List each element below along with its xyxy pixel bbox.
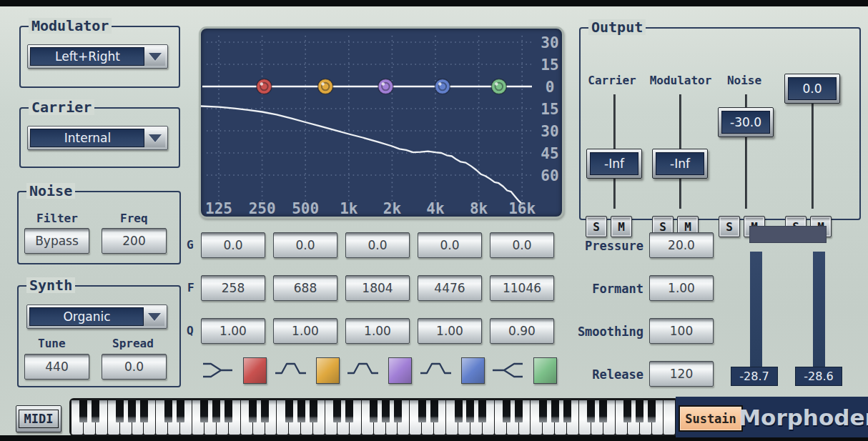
band4-freq-field[interactable]: 4476 — [418, 275, 482, 301]
black-key[interactable] — [249, 400, 257, 422]
release-field[interactable]: 120 — [649, 361, 714, 387]
carrier-mute-button[interactable]: M — [611, 216, 632, 237]
band-marker[interactable] — [378, 79, 393, 94]
band2-freq-field[interactable]: 688 — [273, 275, 337, 301]
black-key[interactable] — [79, 400, 87, 422]
black-key[interactable] — [92, 400, 99, 422]
band3-freq-field[interactable]: 1804 — [345, 275, 410, 301]
white-key[interactable] — [325, 400, 337, 435]
black-key[interactable] — [200, 400, 208, 422]
black-key[interactable] — [418, 400, 426, 422]
carrier-select[interactable]: Internal — [27, 126, 168, 150]
black-key[interactable] — [285, 400, 293, 422]
band4-color-button[interactable] — [461, 357, 485, 384]
synth-tune-field[interactable]: 440 — [24, 354, 89, 380]
left-meter-readout[interactable]: -28.7 — [731, 367, 778, 386]
black-key[interactable] — [515, 400, 523, 422]
black-key[interactable] — [333, 400, 341, 422]
white-key[interactable] — [616, 400, 627, 435]
black-key[interactable] — [297, 400, 305, 422]
synth-select[interactable]: Organic — [26, 304, 167, 329]
black-key[interactable] — [503, 400, 511, 422]
black-key[interactable] — [394, 400, 402, 422]
black-key[interactable] — [466, 400, 474, 422]
black-key[interactable] — [310, 400, 317, 422]
white-key[interactable] — [277, 400, 288, 435]
noise-solo-button[interactable]: S — [719, 216, 740, 237]
band1-q-field[interactable]: 1.00 — [201, 318, 265, 344]
black-key[interactable] — [636, 400, 643, 422]
formant-field[interactable]: 1.00 — [649, 275, 714, 301]
band5-q-field[interactable]: 0.90 — [490, 318, 554, 344]
black-key[interactable] — [539, 400, 547, 422]
white-key[interactable] — [495, 400, 506, 435]
chevron-down-icon[interactable] — [144, 129, 165, 147]
band5-color-button[interactable] — [533, 357, 557, 384]
modulator-select[interactable]: Left+Right — [27, 44, 168, 69]
black-key[interactable] — [563, 400, 571, 422]
band1-gain-field[interactable]: 0.0 — [201, 232, 265, 258]
white-key[interactable] — [241, 400, 252, 435]
white-key[interactable] — [446, 400, 458, 435]
black-key[interactable] — [116, 400, 124, 422]
band-marker[interactable] — [257, 79, 272, 94]
white-key[interactable] — [108, 400, 119, 435]
black-key[interactable] — [478, 400, 486, 422]
band2-gain-field[interactable]: 0.0 — [273, 232, 337, 258]
black-key[interactable] — [648, 400, 656, 422]
band4-gain-field[interactable]: 0.0 — [418, 232, 482, 258]
white-key[interactable] — [71, 400, 83, 435]
pressure-field[interactable]: 20.0 — [649, 232, 714, 258]
band3-gain-field[interactable]: 0.0 — [345, 232, 410, 258]
band4-q-field[interactable]: 1.00 — [418, 318, 482, 344]
white-key[interactable] — [192, 400, 204, 435]
modulator-fader-handle[interactable]: -Inf — [652, 149, 708, 179]
noise-freq-field[interactable]: 200 — [102, 228, 167, 254]
black-key[interactable] — [382, 400, 390, 422]
noise-fader-handle[interactable]: -30.0 — [718, 107, 774, 137]
black-key[interactable] — [128, 400, 136, 422]
piano-keyboard[interactable] — [69, 398, 677, 436]
carrier-solo-button[interactable]: S — [586, 216, 607, 237]
morph-fader-handle[interactable]: 0.0 — [784, 74, 840, 104]
black-key[interactable] — [370, 400, 378, 422]
white-key[interactable] — [362, 400, 373, 435]
black-key[interactable] — [551, 400, 559, 422]
band3-q-field[interactable]: 1.00 — [345, 318, 410, 344]
band-marker[interactable] — [435, 79, 450, 94]
morph-slider-track[interactable] — [812, 94, 814, 209]
synth-spread-field[interactable]: 0.0 — [102, 354, 167, 380]
white-key[interactable] — [531, 400, 542, 435]
black-key[interactable] — [212, 400, 220, 422]
spectrum-display[interactable]: 30150153045601252505001k2k4k8k16k — [199, 26, 564, 219]
black-key[interactable] — [140, 400, 148, 422]
smoothing-field[interactable]: 100 — [649, 318, 714, 344]
band-marker[interactable] — [491, 79, 506, 94]
black-key[interactable] — [430, 400, 438, 422]
band5-gain-field[interactable]: 0.0 — [490, 232, 554, 258]
right-meter-readout[interactable]: -28.6 — [795, 367, 842, 386]
band-marker[interactable] — [318, 79, 333, 94]
carrier-fader-handle[interactable]: -Inf — [586, 149, 642, 179]
chevron-down-icon[interactable] — [143, 307, 164, 326]
band2-q-field[interactable]: 1.00 — [273, 318, 337, 344]
white-key[interactable] — [410, 400, 421, 435]
white-key[interactable] — [664, 400, 675, 435]
black-key[interactable] — [623, 400, 631, 422]
noise-filter-field[interactable]: Bypass — [24, 228, 89, 254]
white-key[interactable] — [579, 400, 591, 435]
chevron-down-icon[interactable] — [144, 47, 165, 66]
sustain-button[interactable]: Sustain — [679, 405, 743, 432]
band3-color-button[interactable] — [388, 357, 412, 384]
black-key[interactable] — [599, 400, 607, 422]
black-key[interactable] — [455, 400, 463, 422]
black-key[interactable] — [177, 400, 184, 422]
black-key[interactable] — [164, 400, 172, 422]
white-key[interactable] — [156, 400, 167, 435]
band1-color-button[interactable] — [243, 357, 267, 384]
black-key[interactable] — [225, 400, 232, 422]
band1-freq-field[interactable]: 258 — [201, 275, 265, 301]
band2-color-button[interactable] — [316, 357, 340, 384]
black-key[interactable] — [587, 400, 595, 422]
black-key[interactable] — [345, 400, 353, 422]
